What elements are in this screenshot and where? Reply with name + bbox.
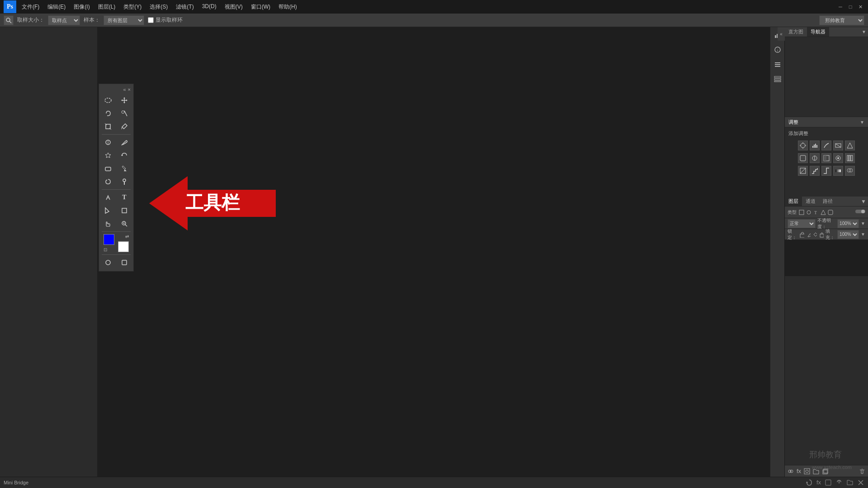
layer-type-text[interactable]: T <box>813 209 819 216</box>
menu-layer[interactable]: 图层(L) <box>94 1 119 13</box>
zoom-tool[interactable] <box>118 217 131 230</box>
menu-edit[interactable]: 编辑(E) <box>44 1 69 13</box>
status-icon-1[interactable] <box>806 479 813 486</box>
close-button[interactable]: ✕ <box>856 3 864 11</box>
status-icon-fx[interactable]: fx <box>816 479 821 486</box>
blend-mode-select[interactable]: 正常 溶解 正片叠底 <box>788 219 816 228</box>
pen-tool[interactable] <box>101 191 115 204</box>
show-ring-checkbox[interactable] <box>148 17 154 23</box>
layer-type-pixel[interactable] <box>798 209 805 216</box>
menu-3d[interactable]: 3D(D) <box>198 1 220 13</box>
add-layer-style-icon[interactable]: fx <box>797 468 801 474</box>
tab-channels[interactable]: 通道 <box>802 197 819 206</box>
right-panel-collapse-btn[interactable]: « <box>778 27 785 41</box>
adj-exposure[interactable] <box>833 141 843 150</box>
eyedropper-tool[interactable] <box>118 120 131 133</box>
type-tool[interactable]: T <box>118 191 131 204</box>
tab-histogram[interactable]: 直方图 <box>785 27 807 37</box>
background-color-swatch[interactable] <box>118 241 129 252</box>
reset-colors-btn[interactable]: ⊡ <box>104 247 107 252</box>
add-mask-icon[interactable] <box>804 468 810 474</box>
adj-levels[interactable] <box>810 141 820 150</box>
new-layer-icon[interactable] <box>822 468 828 474</box>
menu-filter[interactable]: 滤镜(T) <box>172 1 197 13</box>
tab-layers[interactable]: 图层 <box>785 197 802 206</box>
menu-view[interactable]: 视图(V) <box>221 1 246 13</box>
fill-select[interactable]: 100% 75% <box>837 230 859 239</box>
lock-all-icon[interactable] <box>819 231 823 238</box>
toolbar-collapse-btn[interactable]: « <box>123 87 126 92</box>
eraser-tool[interactable] <box>101 162 115 175</box>
menu-select[interactable]: 选择(S) <box>146 1 171 13</box>
status-icon-5[interactable] <box>846 479 854 486</box>
lock-transparent-icon[interactable] <box>799 231 804 238</box>
menu-file[interactable]: 文件(F) <box>18 1 43 13</box>
layer-toggle-switch[interactable] <box>855 209 865 216</box>
minimize-button[interactable]: ─ <box>836 3 844 11</box>
sample-size-select[interactable]: 取样点 3×3平均 5×5平均 <box>48 15 80 25</box>
sample-select[interactable]: 所有图层 当前图层 <box>104 15 144 25</box>
adj-invert[interactable] <box>798 166 808 176</box>
adj-panel-expand[interactable]: ▼ <box>860 120 864 125</box>
layers-expand-btn[interactable]: ▼ <box>859 198 868 205</box>
foreground-color-swatch[interactable] <box>104 234 114 245</box>
blur-tool[interactable] <box>101 175 115 188</box>
menu-window[interactable]: 窗口(W) <box>247 1 274 13</box>
paint-bucket-tool[interactable] <box>118 162 131 175</box>
status-icon-4[interactable] <box>835 479 843 486</box>
crop-tool[interactable] <box>101 120 115 133</box>
new-group-icon[interactable] <box>813 468 819 474</box>
menu-type[interactable]: 类型(Y) <box>120 1 145 13</box>
tab-paths[interactable]: 路径 <box>819 197 836 206</box>
menu-image[interactable]: 图像(I) <box>70 1 93 13</box>
history-brush-tool[interactable] <box>118 149 131 162</box>
adj-colorbalance[interactable] <box>810 153 820 163</box>
lock-image-icon[interactable] <box>806 231 811 238</box>
adj-gradient-map[interactable] <box>833 166 843 176</box>
toolbar-close-btn[interactable]: × <box>128 87 131 92</box>
path-selection-tool[interactable] <box>101 204 115 217</box>
adj-posterize[interactable] <box>810 166 820 176</box>
nav-expand-btn[interactable]: ▼ <box>860 29 868 34</box>
rectangle-tool[interactable] <box>118 204 131 217</box>
link-layers-icon[interactable] <box>788 468 794 474</box>
maximize-button[interactable]: □ <box>846 3 854 11</box>
hand-tool[interactable] <box>101 217 115 230</box>
adj-channel-mixer[interactable] <box>845 153 855 163</box>
adj-selective-color[interactable] <box>845 166 855 176</box>
tab-navigator[interactable]: 导航器 <box>807 27 829 37</box>
spot-healing-tool[interactable] <box>101 136 115 149</box>
workspace-select[interactable]: 邢帅教育 <box>819 15 864 25</box>
standard-mode-btn[interactable] <box>101 256 115 269</box>
layer-type-shape[interactable] <box>820 209 826 216</box>
adj-curves[interactable] <box>821 141 831 150</box>
healing-brush-tool[interactable] <box>118 136 131 149</box>
status-icon-6[interactable] <box>857 479 864 486</box>
panel-icon-list2[interactable] <box>771 72 784 85</box>
delete-layer-icon[interactable] <box>859 468 865 474</box>
dodge-tool[interactable] <box>118 175 131 188</box>
adj-threshold[interactable] <box>821 166 831 176</box>
panel-icon-info[interactable]: i <box>771 43 784 56</box>
status-icon-3[interactable] <box>825 479 832 486</box>
stamp-tool[interactable] <box>101 149 115 162</box>
opacity-dropdown-icon[interactable]: ▼ <box>861 221 865 226</box>
lasso-tool[interactable] <box>101 107 115 120</box>
adj-hsl[interactable] <box>798 153 808 163</box>
adj-bw[interactable] <box>821 153 831 163</box>
layer-type-adjustment[interactable] <box>806 209 812 216</box>
elliptical-marquee-tool[interactable] <box>101 94 115 107</box>
swap-colors-btn[interactable]: ⇄ <box>125 234 129 239</box>
layer-type-smart[interactable] <box>827 209 834 216</box>
show-ring-label[interactable]: 显示取样环 <box>148 16 183 24</box>
quick-mask-btn[interactable] <box>118 256 131 269</box>
menu-help[interactable]: 帮助(H) <box>275 1 301 13</box>
adj-photo-filter[interactable] <box>833 153 843 163</box>
lock-position-icon[interactable] <box>812 231 817 238</box>
panel-icon-list1[interactable] <box>771 58 784 70</box>
fill-dropdown-icon[interactable]: ▼ <box>861 232 865 237</box>
opacity-select[interactable]: 100% 75% 50% <box>837 219 859 228</box>
adj-brightness[interactable] <box>798 141 808 150</box>
move-tool[interactable] <box>118 94 131 107</box>
adj-vibrance[interactable] <box>845 141 855 150</box>
